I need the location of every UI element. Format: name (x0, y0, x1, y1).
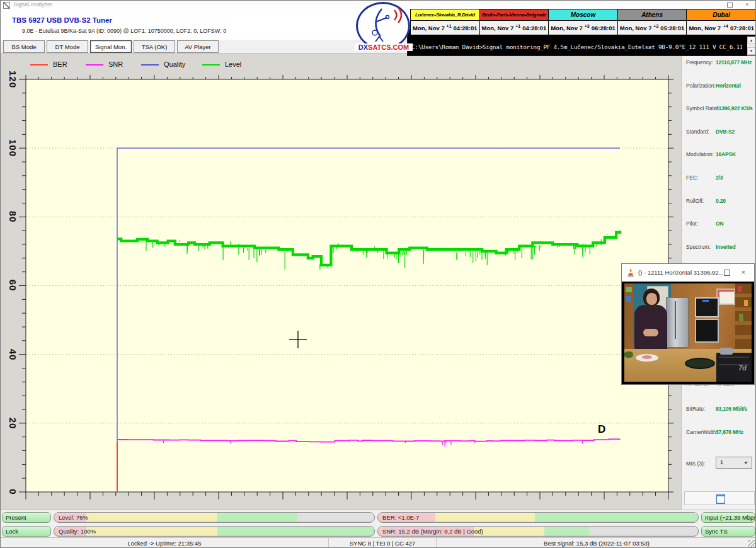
tuner-name: TBS 5927 USB DVB-S2 Tuner (12, 16, 112, 24)
tab-signal-mon[interactable]: Signal Mon. (90, 40, 132, 53)
param-spectrum: Spectrum:Inverted (682, 244, 756, 251)
legend-quality: Quality (141, 60, 185, 69)
y-tick-0: 0 (9, 481, 18, 503)
legend-ber: BER (30, 60, 67, 69)
ber-bar: BER: <1.0E-7 (377, 512, 699, 523)
snr-bar: SNR: 15,2 dB (Margin: 8,2 dB | Good) (377, 526, 699, 537)
scroll-up-icon[interactable]: ▲ (747, 37, 755, 44)
legend-line-snr (86, 64, 103, 66)
scroll-down-icon[interactable]: ▼ (747, 47, 755, 55)
satellite-dish-icon (358, 5, 408, 44)
y-tick-20: 20 (9, 412, 18, 435)
log-button[interactable] (684, 491, 755, 505)
shelf-bottle (738, 286, 742, 292)
sync-ts-indicator: Sync TS (701, 526, 755, 537)
video-window: () - 12111 Horizontal 31396,92... – × (621, 263, 755, 385)
svg-text:D: D (598, 423, 605, 435)
video-content: 7d (624, 283, 752, 382)
fridge (666, 297, 689, 348)
present-indicator: Present (2, 512, 51, 523)
signal-chart[interactable]: D (1, 54, 681, 510)
channel-watermark: 7d (738, 364, 747, 372)
app-icon (3, 2, 10, 9)
plate-food (642, 355, 652, 359)
legend-snr: SNR (86, 60, 123, 69)
pot (720, 348, 733, 355)
param-pilot: Pilot:ON (682, 220, 756, 228)
param-carrierwidth: CarrierWidth:37,676 MHz (682, 429, 756, 437)
file-list-icon (716, 494, 725, 504)
legend-line-ber (30, 64, 48, 66)
fridge-handle (675, 301, 676, 339)
maximize-button[interactable] (723, 1, 736, 9)
y-tick-80: 80 (9, 205, 18, 228)
chart-panel: D BER SNR Quality Level 120 100 80 60 40… (1, 54, 681, 510)
shelf-bottle (739, 314, 743, 321)
person-face (646, 293, 657, 305)
clock-moscow: Moscow Mon, Nov 7+306:28:01 (549, 9, 618, 35)
clock-dubai: Dubai Mon, Nov 7+407:28:01 (687, 9, 756, 35)
lock-indicator: Lock (2, 526, 51, 537)
y-tick-40: 40 (9, 343, 18, 366)
video-minimize-button[interactable]: – (705, 268, 716, 278)
wall-art (716, 288, 735, 305)
logo-text: DXSATCS.COM (355, 43, 413, 51)
logo-ellipse (356, 2, 410, 50)
param-rolloff: RollOff:0.20 (682, 198, 756, 205)
param-modulation: Modulation:16APSK (682, 151, 756, 159)
y-tick-60: 60 (9, 274, 18, 297)
resize-grip[interactable] (748, 540, 755, 547)
shelf-items (626, 296, 631, 302)
chevron-down-icon (744, 462, 748, 464)
param-frequency: Frequency:12110,877 MHz (682, 59, 756, 67)
param-fec: FEC:2/3 (682, 174, 756, 182)
video-close-button[interactable]: × (738, 268, 749, 278)
world-clocks: Lučenec-Slovakia_R.Dávid Mon, Nov 7+104:… (410, 9, 756, 35)
level-bar: Level: 76% (54, 512, 375, 523)
legend-line-level (202, 64, 220, 66)
param-bitrate: BitRate:83,105 Mbit/s (682, 406, 756, 413)
dxsatcs-logo: DXSATCS.COM (352, 2, 415, 55)
dark-plate (685, 358, 715, 369)
legend-line-quality (141, 64, 159, 66)
clock-berlin: Berlin-Paris-Vienna-Belgrade Mon, Nov 7+… (480, 9, 549, 35)
greens-bowl (624, 351, 633, 358)
clock-lucenec: Lučenec-Slovakia_R.Dávid Mon, Nov 7+104:… (411, 9, 480, 35)
tab-av-player[interactable]: AV Player (177, 40, 219, 53)
oven-lower (695, 319, 719, 343)
tab-bs-mode[interactable]: BS Mode (3, 40, 45, 53)
prompt-line: C:\Users\Roman Dávid>Signal monitoring_P… (411, 43, 742, 50)
vlc-cone-icon (626, 268, 635, 278)
video-frame[interactable]: 7d (622, 282, 754, 384)
oven-display (702, 300, 709, 302)
stove-grate (719, 357, 749, 358)
tab-dt-mode[interactable]: DT Mode (47, 40, 88, 53)
param-symbol-rate: Symbol Rate:31396,922 KS/s (682, 105, 756, 113)
cmd-scrollbar[interactable]: ▲ ▼ (747, 37, 755, 55)
clock-athens: Athens Mon, Nov 7+205:28:01 (618, 9, 687, 35)
mis-dropdown[interactable]: 1 (716, 457, 752, 469)
legend-level: Level (202, 60, 241, 69)
tuning-info: 9.0E - Eutelsat 9B/Ka-Sat 9A (ID: 0090) … (22, 28, 226, 34)
tab-tsa[interactable]: TSA (OK) (134, 40, 175, 53)
video-titlebar[interactable]: () - 12111 Horizontal 31396,92... – × (622, 264, 754, 282)
close-button[interactable]: × (740, 1, 754, 9)
input-indicator: Input (~21,39 Mbps) (701, 512, 755, 523)
person-arm (643, 329, 658, 336)
status-uptime: Locked -> Uptime: 21:35:45 (1, 538, 329, 548)
statusbar: Locked -> Uptime: 21:35:45 SYNC 8 | TEI … (1, 537, 756, 548)
video-maximize-button[interactable] (721, 268, 733, 278)
y-tick-100: 100 (9, 137, 18, 159)
param-polarization: Polarization:Horizontal (682, 83, 756, 90)
right-shelving (735, 283, 752, 353)
status-sync: SYNC 8 | TEI 0 | CC 427 (329, 538, 437, 548)
window-title: Signal Analyzer (13, 1, 52, 8)
y-tick-120: 120 (9, 68, 18, 91)
signal-analyzer-window: Signal Analyzer × TBS 5927 USB DVB-S2 Tu… (0, 0, 756, 548)
shelf-items (626, 287, 632, 292)
shelf-bottle (744, 300, 748, 306)
status-best-signal: Best signal: 15,3 dB (2022-11-07 03:53) (437, 538, 756, 548)
param-standard: Standard:DVB-S2 (682, 128, 756, 136)
signal-status-bars: Present Lock Level: 76% Quality: 100% BE… (1, 510, 756, 537)
quality-bar: Quality: 100% (54, 526, 375, 537)
